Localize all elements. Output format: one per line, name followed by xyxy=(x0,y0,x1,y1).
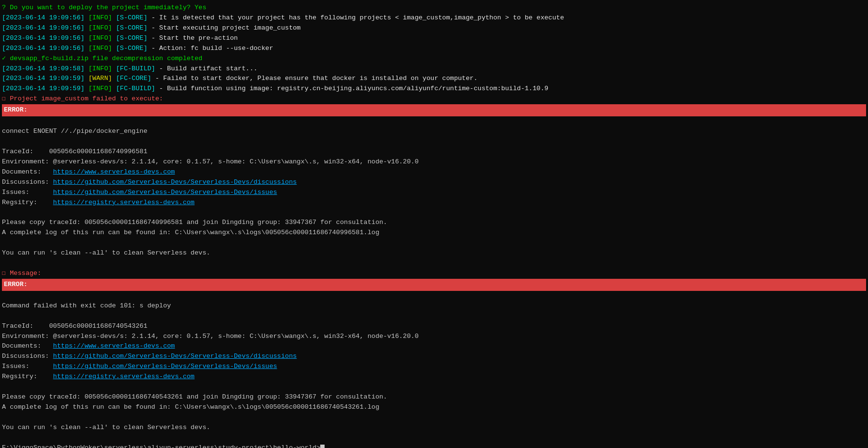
terminal-line-l7: [2023-06-14 19:09:59] [WARN] [FC-CORE] -… xyxy=(2,74,866,84)
terminal-line-prompt1: E:\ViggoSpace\PythonWoker\serverless\ali… xyxy=(2,443,866,448)
terminal-line-blank9 xyxy=(2,413,866,423)
terminal-line-l9: ☐ Project image_custom failed to execute… xyxy=(2,94,866,104)
terminal-line-trace2: TraceId: 005056c000011686740543261 xyxy=(2,321,866,332)
terminal-line-reg2: Regsitry: https://registry.serverless-de… xyxy=(2,372,866,382)
terminal-line-q1: ? Do you want to deploy the project imme… xyxy=(2,3,866,13)
terminal-line-doc2: Documents: https://www.serverless-devs.c… xyxy=(2,341,866,352)
terminal-line-l8: [2023-06-14 19:09:59] [INFO] [FC-BUILD] … xyxy=(2,84,866,94)
terminal-line-env1: Environment: @serverless-devs/s: 2.1.14,… xyxy=(2,157,866,167)
terminal-line-e1: ERROR: xyxy=(2,104,866,116)
terminal-line-blank1 xyxy=(2,116,866,127)
terminal-line-l3: [2023-06-14 19:09:56] [INFO] [S-CORE] - … xyxy=(2,33,866,44)
terminal-line-l6: [2023-06-14 19:09:58] [INFO] [FC-BUILD] … xyxy=(2,64,866,74)
terminal-line-p6: You can run 's clean --all' to clean Ser… xyxy=(2,423,866,433)
terminal-line-disc2: Discussions: https://github.com/Serverle… xyxy=(2,352,866,362)
terminal-line-blank2 xyxy=(2,137,866,147)
terminal-line-e2: ERROR: xyxy=(2,279,866,291)
terminal-line-err1: connect ENOENT //./pipe/docker_engine xyxy=(2,127,866,137)
terminal-line-blank6 xyxy=(2,291,866,301)
terminal-line-l5: ✓ devsapp_fc-build.zip file decompressio… xyxy=(2,54,866,64)
terminal-line-blank3 xyxy=(2,208,866,218)
terminal: ? Do you want to deploy the project imme… xyxy=(0,0,868,448)
terminal-line-blank7 xyxy=(2,311,866,321)
terminal-line-blank10 xyxy=(2,433,866,443)
terminal-line-iss2: Issues: https://github.com/Serverless-De… xyxy=(2,362,866,372)
terminal-line-l4: [2023-06-14 19:09:56] [INFO] [S-CORE] - … xyxy=(2,44,866,54)
terminal-line-l1: [2023-06-14 19:09:56] [INFO] [S-CORE] - … xyxy=(2,13,866,23)
terminal-line-blank5 xyxy=(2,258,866,269)
terminal-line-p1: Please copy traceId: 005056c000011686740… xyxy=(2,218,866,228)
terminal-line-trace1: TraceId: 005056c000011686740996581 xyxy=(2,147,866,157)
terminal-line-blank8 xyxy=(2,382,866,392)
terminal-line-p4: Please copy traceId: 005056c000011686740… xyxy=(2,392,866,402)
terminal-line-p5: A complete log of this run can be found … xyxy=(2,402,866,413)
terminal-line-iss1: Issues: https://github.com/Serverless-De… xyxy=(2,188,866,198)
terminal-line-reg1: Regsitry: https://registry.serverless-de… xyxy=(2,198,866,208)
terminal-line-p3: You can run 's clean --all' to clean Ser… xyxy=(2,248,866,258)
terminal-line-p2: A complete log of this run can be found … xyxy=(2,228,866,238)
terminal-line-l2: [2023-06-14 19:09:56] [INFO] [S-CORE] - … xyxy=(2,23,866,33)
terminal-line-blank4 xyxy=(2,238,866,248)
terminal-line-doc1: Documents: https://www.serverless-devs.c… xyxy=(2,167,866,177)
terminal-line-env2: Environment: @serverless-devs/s: 2.1.14,… xyxy=(2,332,866,342)
terminal-line-err2: Command failed with exit code 101: s dep… xyxy=(2,301,866,311)
terminal-line-disc1: Discussions: https://github.com/Serverle… xyxy=(2,177,866,188)
terminal-line-msg1: ☐ Message: xyxy=(2,269,866,279)
